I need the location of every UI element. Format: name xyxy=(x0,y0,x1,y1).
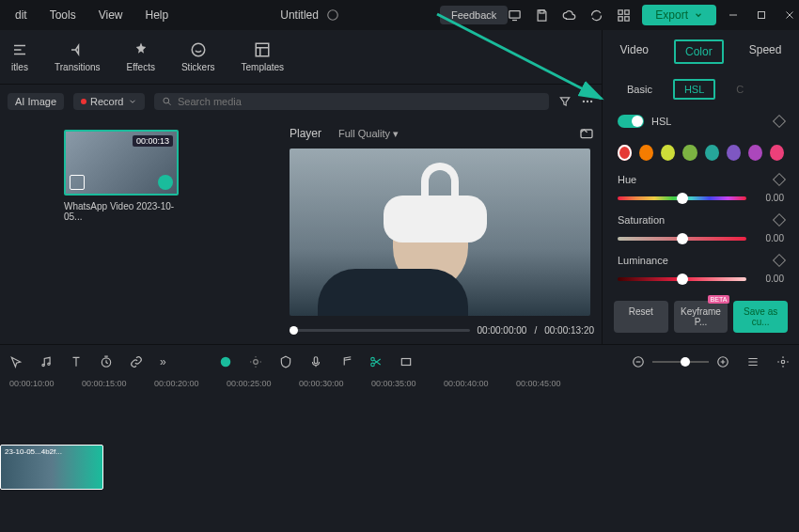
svg-rect-1 xyxy=(509,10,520,18)
timer-icon[interactable] xyxy=(100,355,113,368)
svg-point-23 xyxy=(42,364,44,366)
settings-icon[interactable] xyxy=(776,355,790,368)
mic-icon[interactable] xyxy=(309,355,322,368)
svg-rect-10 xyxy=(257,43,270,56)
keyframe-icon[interactable] xyxy=(773,254,786,267)
list-icon[interactable] xyxy=(746,355,760,368)
save-custom-button[interactable]: Save as cu... xyxy=(733,301,788,333)
tab-effects[interactable]: Effects xyxy=(127,41,155,72)
cut-icon[interactable] xyxy=(369,355,383,368)
menu-tools[interactable]: Tools xyxy=(39,8,87,22)
keyframe-preset-button[interactable]: BETAKeyframe P... xyxy=(674,301,728,333)
svg-rect-6 xyxy=(625,16,629,20)
svg-point-27 xyxy=(253,360,258,365)
media-thumb[interactable]: 00:00:13 WhatsApp Video 2023-10-05... xyxy=(64,130,179,222)
menu-view[interactable]: View xyxy=(87,8,134,22)
luminance-slider[interactable] xyxy=(618,277,746,281)
swatch-green[interactable] xyxy=(682,145,697,161)
doc-title: Untitled xyxy=(280,8,319,22)
zoom-in-icon[interactable] xyxy=(716,355,729,368)
swatch-violet[interactable] xyxy=(748,145,762,161)
thumb-duration: 00:00:13 xyxy=(133,135,173,147)
tool-tabs: itles Transitions Effects Stickers Templ… xyxy=(0,30,602,85)
tab-speed[interactable]: Speed xyxy=(740,39,791,64)
svg-rect-4 xyxy=(625,9,629,13)
timeline: » 00:00:10:00 00:00:15:00 00:00:20:00 00… xyxy=(0,344,799,511)
keyframe-icon[interactable] xyxy=(773,213,786,227)
subtab-hsl[interactable]: HSL xyxy=(673,79,715,100)
preview-viewport[interactable] xyxy=(290,149,590,316)
reset-button[interactable]: Reset xyxy=(614,301,668,333)
text-icon[interactable] xyxy=(70,355,83,368)
search-input[interactable] xyxy=(154,93,550,110)
shield-icon[interactable] xyxy=(279,355,292,368)
keyframe-icon[interactable] xyxy=(773,115,786,128)
music-note-icon[interactable] xyxy=(339,355,352,368)
quality-dropdown[interactable]: Full Quality ▾ xyxy=(338,128,399,140)
timeline-ruler[interactable]: 00:00:10:00 00:00:15:00 00:00:20:00 00:0… xyxy=(0,379,799,407)
hue-slider[interactable] xyxy=(618,196,746,200)
refresh-icon[interactable] xyxy=(589,8,603,23)
menu-help[interactable]: Help xyxy=(134,8,180,22)
frame-icon[interactable] xyxy=(400,355,413,368)
search-row: AI Image Record xyxy=(0,85,602,118)
expand-icon[interactable]: » xyxy=(160,355,166,368)
filter-icon[interactable] xyxy=(558,95,572,108)
zoom-slider[interactable] xyxy=(652,361,709,363)
close-icon[interactable] xyxy=(784,9,795,21)
svg-rect-3 xyxy=(619,9,622,13)
cloud-status-icon xyxy=(326,8,339,22)
check-icon xyxy=(158,175,173,190)
player-title: Player xyxy=(290,127,321,140)
zoom-out-icon[interactable] xyxy=(632,355,645,368)
media-panel: 00:00:13 WhatsApp Video 2023-10-05... xyxy=(0,118,282,336)
expand-icon[interactable] xyxy=(70,175,85,190)
menu-edit[interactable]: dit xyxy=(4,8,39,22)
tab-transitions[interactable]: Transitions xyxy=(55,41,101,72)
tab-color[interactable]: Color xyxy=(674,39,724,64)
export-button[interactable]: Export xyxy=(642,5,716,25)
minimize-icon[interactable] xyxy=(728,9,739,21)
svg-point-24 xyxy=(48,363,50,365)
tab-titles[interactable]: itles xyxy=(11,41,28,72)
svg-rect-2 xyxy=(540,9,544,12)
grid-icon[interactable] xyxy=(617,8,631,23)
pointer-icon[interactable] xyxy=(9,355,23,368)
record-button[interactable]: Record xyxy=(73,93,144,110)
swatch-orange[interactable] xyxy=(639,145,653,161)
svg-point-29 xyxy=(370,357,374,361)
tab-video[interactable]: Video xyxy=(611,39,658,64)
maximize-icon[interactable] xyxy=(756,9,767,21)
save-icon[interactable] xyxy=(535,8,549,23)
swatch-yellow[interactable] xyxy=(661,145,675,161)
swatch-red[interactable] xyxy=(618,145,632,161)
snapshot-icon[interactable] xyxy=(579,126,594,141)
swatch-teal[interactable] xyxy=(705,145,719,161)
hsl-toggle[interactable] xyxy=(618,115,644,128)
timeline-clip[interactable]: 23-10-05...4b2f... xyxy=(0,445,103,490)
feedback-button[interactable]: Feedback xyxy=(440,6,508,24)
keyframe-icon[interactable] xyxy=(773,173,786,186)
subtab-basic[interactable]: Basic xyxy=(618,81,662,98)
scrub-bar[interactable] xyxy=(290,329,470,332)
chevron-down-icon xyxy=(694,10,703,20)
tab-stickers[interactable]: Stickers xyxy=(181,41,215,72)
saturation-slider[interactable] xyxy=(618,237,746,241)
face-icon[interactable] xyxy=(219,355,232,368)
subtab-curves[interactable]: C xyxy=(727,81,753,98)
more-icon[interactable] xyxy=(581,95,594,108)
brightness-icon[interactable] xyxy=(249,355,262,368)
svg-point-12 xyxy=(583,101,585,102)
ai-image-button[interactable]: AI Image xyxy=(8,93,64,110)
color-swatches xyxy=(603,137,799,168)
swatch-purple[interactable] xyxy=(727,145,741,161)
svg-rect-5 xyxy=(619,16,622,20)
audio-icon[interactable] xyxy=(39,355,53,368)
saturation-label: Saturation xyxy=(618,214,665,226)
swatch-pink[interactable] xyxy=(770,145,784,161)
monitor-icon[interactable] xyxy=(508,8,522,23)
hue-label: Hue xyxy=(618,174,636,185)
tab-templates[interactable]: Templates xyxy=(242,41,285,72)
cloud-icon[interactable] xyxy=(562,8,576,23)
link-icon[interactable] xyxy=(130,355,143,368)
